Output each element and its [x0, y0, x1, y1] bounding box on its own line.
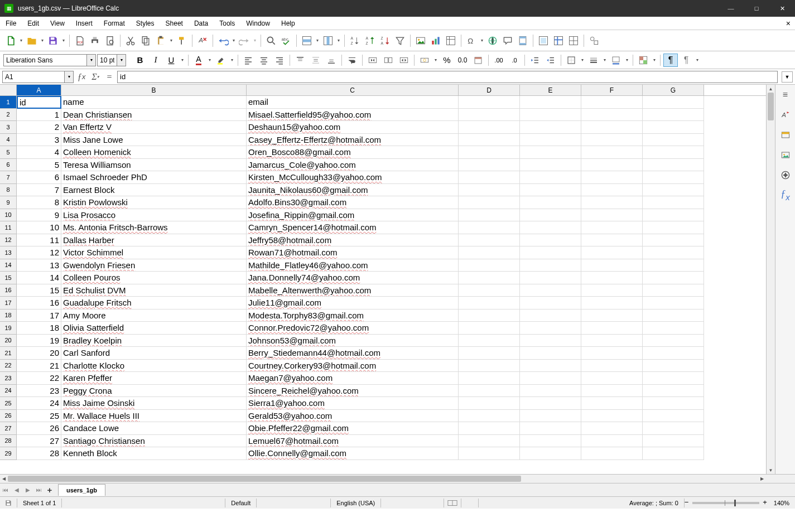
styles-icon[interactable]	[779, 128, 792, 142]
cell[interactable]: Jana.Donnelly74@yahoo.com	[247, 272, 459, 284]
cell[interactable]	[581, 209, 643, 222]
align-right-icon[interactable]	[272, 54, 287, 67]
close-button[interactable]: ✕	[769, 0, 795, 17]
row-header[interactable]: 20	[0, 335, 17, 347]
font-size-combo[interactable]: ▾	[97, 54, 126, 66]
cell[interactable]: Dean Christiansen	[61, 109, 247, 122]
cell[interactable]: Maegan7@yahoo.com	[247, 372, 459, 385]
cell[interactable]	[459, 134, 520, 147]
align-center-icon[interactable]	[257, 54, 271, 67]
cell-style-dropdown[interactable]	[652, 54, 657, 67]
row-header[interactable]: 3	[0, 121, 17, 134]
cell[interactable]: Miss Jane Lowe	[61, 134, 247, 147]
currency-dropdown[interactable]	[433, 54, 439, 67]
undo-icon[interactable]	[216, 33, 230, 48]
scroll-right-icon[interactable]: ▶	[758, 475, 766, 483]
cell[interactable]: Julie11@gmail.com	[247, 297, 459, 309]
hscroll-thumb[interactable]	[8, 476, 521, 482]
cell[interactable]	[643, 221, 704, 234]
row-header[interactable]: 10	[0, 209, 17, 222]
cell[interactable]	[581, 259, 643, 272]
align-top-icon[interactable]	[293, 54, 307, 67]
currency-icon[interactable]	[417, 54, 432, 67]
cell[interactable]: 27	[17, 435, 61, 448]
pivot-icon[interactable]	[444, 33, 458, 48]
cell[interactable]: Victor Schimmel	[61, 246, 247, 259]
cell[interactable]	[643, 335, 704, 347]
cell[interactable]: Lisa Prosacco	[61, 209, 247, 222]
cell[interactable]	[581, 410, 643, 423]
cell[interactable]: 13	[17, 259, 61, 272]
align-vcenter-icon[interactable]	[309, 54, 323, 67]
function-wizard-icon[interactable]: ƒx	[75, 71, 88, 83]
export-pdf-icon[interactable]: PDF	[73, 33, 87, 48]
row-header[interactable]: 21	[0, 347, 17, 360]
row-header[interactable]: 23	[0, 372, 17, 385]
cell[interactable]	[459, 171, 520, 184]
cell[interactable]: 16	[17, 297, 61, 309]
summary-status[interactable]: Average: ; Sum: 0	[627, 500, 681, 506]
comment-icon[interactable]	[500, 33, 515, 48]
select-all-corner[interactable]	[0, 85, 17, 96]
cell[interactable]	[643, 184, 704, 197]
cell[interactable]: Sincere_Reichel@yahoo.com	[247, 385, 459, 398]
cell[interactable]: 21	[17, 360, 61, 373]
cell[interactable]: Modesta.Torphy83@gmail.com	[247, 309, 459, 322]
cell[interactable]	[581, 246, 643, 259]
cell[interactable]: Misael.Satterfield95@yahoo.com	[247, 109, 459, 122]
menu-edit[interactable]: Edit	[22, 18, 45, 29]
cell-reference-combo[interactable]: ▾	[2, 71, 74, 83]
menu-view[interactable]: View	[45, 18, 70, 29]
paste-dropdown[interactable]	[168, 33, 174, 48]
cell[interactable]	[581, 335, 643, 347]
cell[interactable]: 1	[17, 109, 61, 122]
cell[interactable]	[581, 284, 643, 297]
cell-reference-input[interactable]	[2, 71, 65, 83]
cell[interactable]: Carl Sanford	[61, 347, 247, 360]
cell[interactable]: Amy Moore	[61, 309, 247, 322]
cell[interactable]	[643, 209, 704, 222]
cell[interactable]	[520, 297, 581, 309]
cell[interactable]	[520, 146, 581, 159]
row-header[interactable]: 13	[0, 246, 17, 259]
open-icon[interactable]	[25, 33, 39, 48]
save-icon[interactable]	[46, 33, 60, 48]
cell[interactable]	[520, 322, 581, 335]
scroll-left-icon[interactable]: ◀	[0, 475, 8, 483]
print-preview-icon[interactable]	[103, 33, 117, 48]
cell[interactable]: Ms. Antonia Fritsch-Barrows	[61, 221, 247, 234]
cell[interactable]: 11	[17, 234, 61, 247]
split-window-icon[interactable]	[566, 33, 581, 48]
cell[interactable]: 14	[17, 272, 61, 284]
gallery-icon[interactable]	[779, 148, 792, 162]
define-print-area-icon[interactable]	[536, 33, 551, 48]
redo-dropdown[interactable]	[252, 33, 258, 48]
cell[interactable]	[520, 360, 581, 373]
column-header-B[interactable]: B	[61, 85, 247, 95]
cell[interactable]: 23	[17, 385, 61, 398]
row-header[interactable]: 18	[0, 309, 17, 322]
cell[interactable]: Mabelle_Altenwerth@yahoo.com	[247, 284, 459, 297]
cell[interactable]: 15	[17, 284, 61, 297]
draw-functions-icon[interactable]	[587, 33, 601, 48]
font-name-input[interactable]	[3, 54, 87, 66]
italic-icon[interactable]: I	[148, 54, 163, 67]
cell[interactable]	[581, 309, 643, 322]
cell[interactable]	[459, 209, 520, 222]
border-style-dropdown[interactable]	[602, 54, 608, 67]
cell[interactable]: Jeffry58@hotmail.com	[247, 234, 459, 247]
special-char-dropdown[interactable]	[479, 33, 485, 48]
cell[interactable]	[581, 171, 643, 184]
paste-icon[interactable]	[153, 33, 168, 48]
cell[interactable]	[459, 146, 520, 159]
align-left-icon[interactable]	[241, 54, 256, 67]
font-color-icon[interactable]: A	[191, 54, 206, 67]
bold-icon[interactable]: B	[133, 54, 147, 67]
conditional-dropdown[interactable]	[695, 54, 700, 67]
cell[interactable]	[459, 272, 520, 284]
cell[interactable]: 24	[17, 397, 61, 410]
cell[interactable]: Dallas Harber	[61, 234, 247, 247]
row-header[interactable]: 29	[0, 447, 17, 460]
row-header[interactable]: 19	[0, 322, 17, 335]
sort-desc-icon[interactable]: ZA	[378, 33, 392, 48]
